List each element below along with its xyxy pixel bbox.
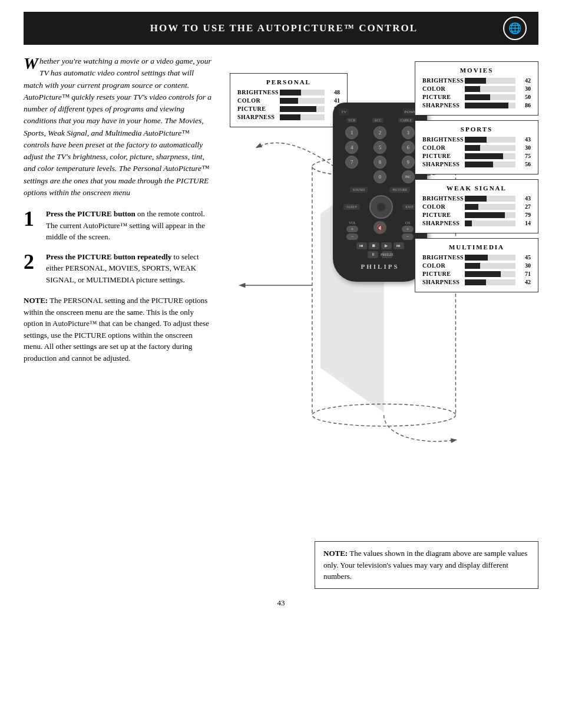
- btn-3[interactable]: 3: [402, 126, 415, 139]
- sports-picture-bar: [465, 153, 515, 159]
- mute-btn[interactable]: 🔇: [373, 221, 386, 234]
- freeze-btn[interactable]: FREEZE: [382, 251, 392, 258]
- acc-btn[interactable]: ACC: [372, 118, 383, 123]
- personal-picture-bar: [280, 106, 325, 112]
- step-2: 2 Press the PICTURE button repeatedly to…: [24, 251, 212, 286]
- step-1-number: 1: [24, 208, 40, 229]
- personal-title: PERSONAL: [237, 78, 340, 85]
- vol-block: VOL + −: [346, 221, 359, 240]
- play-btn[interactable]: ▶: [381, 242, 392, 249]
- movies-brightness-bar: [465, 78, 515, 84]
- movies-title: MOVIES: [422, 67, 531, 74]
- btn-5[interactable]: 5: [373, 141, 386, 154]
- pause-btn[interactable]: ⏸: [368, 251, 378, 258]
- btn-2[interactable]: 2: [373, 126, 386, 139]
- philips-logo: PHILIPS: [339, 263, 421, 270]
- main-content: Whether you're watching a movie or a vid…: [24, 55, 538, 515]
- btn-6[interactable]: 6: [402, 141, 415, 154]
- weak-sharpness-value: 14: [518, 220, 531, 226]
- weak-signal-title: WEAK SIGNAL: [422, 185, 531, 192]
- multimedia-sharpness-row: SHARPNESS 42: [422, 279, 531, 285]
- sports-panel: SPORTS BRIGHTNESS 43 COLOR 30 PICTURE: [415, 120, 538, 174]
- ffwd-btn[interactable]: ⏭: [394, 242, 404, 249]
- personal-color-bar: [280, 98, 325, 104]
- sound-btn[interactable]: SOUND: [350, 187, 368, 193]
- nav-center[interactable]: [377, 203, 385, 211]
- multimedia-picture-bar: [465, 271, 515, 277]
- bottom-note-container: NOTE: The values shown in the diagram ab…: [24, 529, 538, 589]
- movies-sharpness-value: 86: [518, 102, 531, 108]
- cable-btn[interactable]: CABLE: [398, 118, 414, 123]
- multimedia-brightness-label: BRIGHTNESS: [422, 254, 462, 261]
- multimedia-brightness-bar: [465, 255, 515, 261]
- multimedia-color-value: 30: [518, 262, 531, 269]
- sports-picture-label: PICTURE: [422, 153, 462, 159]
- movies-color-row: COLOR 30: [422, 85, 531, 92]
- multimedia-picture-row: PICTURE 71: [422, 271, 531, 277]
- header-bar: How to Use the AutoPicture™ Control 🌐: [24, 12, 538, 45]
- bottom-note-label: NOTE:: [323, 549, 348, 558]
- weak-brightness-row: BRIGHTNESS 43: [422, 195, 531, 202]
- step-1-bold: Press the PICTURE button: [46, 209, 135, 218]
- multimedia-title: MULTIMEDIA: [422, 243, 531, 251]
- multimedia-sharpness-bar: [465, 279, 515, 285]
- sports-color-bar: [465, 145, 515, 151]
- personal-sharpness-row: SHARPNESS 46: [237, 114, 340, 120]
- btn-0[interactable]: 0: [373, 170, 386, 183]
- movies-color-value: 30: [518, 85, 531, 92]
- rewind-btn[interactable]: ⏮: [356, 242, 367, 249]
- sports-brightness-row: BRIGHTNESS 43: [422, 136, 531, 143]
- ch-up[interactable]: +: [402, 226, 414, 232]
- weak-picture-value: 79: [518, 212, 531, 218]
- vcr-btn[interactable]: VCR: [346, 118, 357, 123]
- vol-up[interactable]: +: [346, 226, 359, 232]
- movies-sharpness-bar: [465, 103, 515, 108]
- btn-1[interactable]: 1: [345, 126, 358, 139]
- page-number: 43: [24, 598, 538, 608]
- movies-sharpness-label: SHARPNESS: [422, 102, 462, 108]
- btn-4[interactable]: 4: [345, 141, 358, 154]
- main-note: NOTE: The PERSONAL setting and the PICTU…: [24, 295, 212, 364]
- multimedia-picture-value: 71: [518, 271, 531, 277]
- movies-picture-row: PICTURE 50: [422, 94, 531, 100]
- right-panels: MOVIES BRIGHTNESS 42 COLOR 30 PICTURE: [415, 61, 538, 297]
- ch-block: CH + −: [402, 221, 414, 240]
- intro-paragraph: Whether you're watching a movie or a vid…: [24, 55, 212, 199]
- personal-sharpness-bar: [280, 114, 325, 120]
- left-column: Whether you're watching a movie or a vid…: [24, 55, 212, 515]
- tv-btn[interactable]: TV: [339, 108, 349, 116]
- sports-color-value: 30: [518, 144, 531, 151]
- personal-brightness-row: BRIGHTNESS 48: [237, 89, 340, 95]
- step-1-text: Press the PICTURE button on the remote c…: [46, 208, 212, 243]
- weak-color-row: COLOR 27: [422, 203, 531, 210]
- ch-label: CH: [405, 221, 410, 225]
- picture-btn[interactable]: PICTURE: [389, 187, 410, 193]
- step-1: 1 Press the PICTURE button on the remote…: [24, 208, 212, 243]
- btn-7[interactable]: 7: [345, 156, 358, 169]
- btn-8[interactable]: 8: [373, 156, 386, 169]
- personal-color-row: COLOR 41: [237, 97, 340, 104]
- nav-ring[interactable]: [369, 195, 393, 219]
- btn-9[interactable]: 9: [402, 156, 415, 169]
- multimedia-sharpness-label: SHARPNESS: [422, 279, 462, 285]
- movies-picture-label: PICTURE: [422, 94, 462, 100]
- weak-color-value: 27: [518, 203, 531, 210]
- sports-picture-value: 75: [518, 153, 531, 159]
- movies-brightness-value: 42: [518, 77, 531, 84]
- multimedia-brightness-value: 45: [518, 254, 531, 261]
- steps-section: 1 Press the PICTURE button on the remote…: [24, 208, 212, 285]
- vol-down[interactable]: −: [346, 233, 359, 240]
- multimedia-color-label: COLOR: [422, 262, 462, 269]
- weak-brightness-bar: [465, 196, 515, 202]
- stop-btn[interactable]: ⏹: [369, 242, 379, 249]
- weak-sharpness-bar: [465, 220, 515, 226]
- sports-title: SPORTS: [422, 126, 531, 133]
- movies-panel: MOVIES BRIGHTNESS 42 COLOR 30 PICTURE: [415, 61, 538, 116]
- svg-point-2: [312, 404, 456, 426]
- weak-picture-bar: [465, 212, 515, 218]
- btn-picture[interactable]: PIC: [402, 170, 415, 183]
- step-2-bold: Press the PICTURE button repeatedly: [46, 252, 171, 261]
- weak-sharpness-label: SHARPNESS: [422, 220, 462, 226]
- sleep-btn[interactable]: SLEEP: [343, 204, 360, 210]
- ch-down[interactable]: −: [402, 233, 414, 240]
